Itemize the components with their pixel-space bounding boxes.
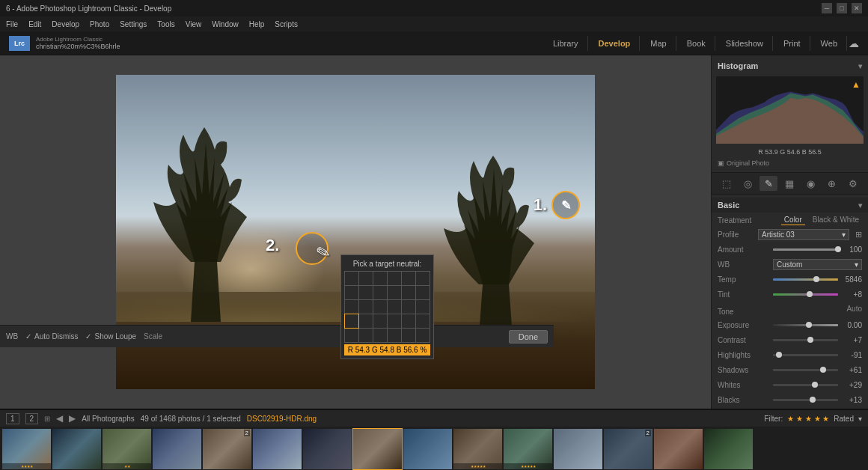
auto-tone-button[interactable]: Auto: [846, 305, 862, 317]
profile-grid-icon[interactable]: ⊞: [855, 230, 862, 239]
film-thumb[interactable]: ★★★★: [2, 429, 51, 469]
amount-track[interactable]: [773, 248, 838, 251]
crop-tool-icon[interactable]: ⬚: [718, 176, 736, 191]
menu-help[interactable]: Help: [249, 20, 265, 28]
neutral-cell[interactable]: [416, 329, 430, 342]
menu-tools[interactable]: Tools: [157, 20, 174, 28]
tab-develop[interactable]: Develop: [590, 36, 641, 51]
film-thumb[interactable]: [554, 429, 602, 469]
menu-view[interactable]: View: [186, 20, 202, 28]
blacks-thumb[interactable]: [810, 397, 816, 403]
maximize-button[interactable]: □: [837, 3, 847, 13]
neutral-cell[interactable]: [416, 300, 430, 314]
menu-develop[interactable]: Develop: [52, 20, 79, 28]
menu-photo[interactable]: Photo: [90, 20, 109, 28]
done-button[interactable]: Done: [509, 330, 548, 344]
neutral-cell[interactable]: [402, 314, 415, 328]
menu-edit[interactable]: Edit: [28, 20, 41, 28]
neutral-cell[interactable]: [388, 314, 401, 328]
profile-select[interactable]: Artistic 03 ▾: [758, 229, 849, 240]
minimize-button[interactable]: ─: [822, 3, 832, 13]
neutral-cell[interactable]: [402, 272, 415, 285]
neutral-cell[interactable]: [388, 300, 401, 314]
exposure-track[interactable]: [773, 324, 838, 326]
neutral-cell[interactable]: [345, 286, 358, 299]
tab-slideshow[interactable]: Slideshow: [717, 36, 773, 51]
adjustment-brush-icon[interactable]: ⊕: [823, 176, 841, 191]
neutral-cell[interactable]: [345, 272, 358, 285]
view-mode-1[interactable]: 1: [6, 413, 19, 424]
neutral-cell[interactable]: [416, 314, 430, 328]
graduated-filter-icon[interactable]: ▦: [780, 176, 798, 191]
film-thumb-selected[interactable]: [353, 429, 402, 469]
histogram-header[interactable]: Histogram ▾: [712, 58, 868, 73]
neutral-cell[interactable]: [359, 286, 373, 299]
menu-scripts[interactable]: Scripts: [275, 20, 298, 28]
neutral-cell[interactable]: [359, 329, 373, 342]
neutral-cell-selected[interactable]: [345, 314, 358, 328]
shadows-thumb[interactable]: [820, 367, 826, 373]
film-thumb[interactable]: [52, 429, 101, 469]
neutral-cell[interactable]: [373, 300, 387, 314]
film-thumb[interactable]: [403, 429, 452, 469]
neutral-cell[interactable]: [373, 329, 387, 342]
neutral-cell[interactable]: [345, 329, 358, 342]
wb-select[interactable]: Custom ▾: [773, 259, 862, 270]
tint-thumb[interactable]: [807, 291, 813, 297]
film-thumb[interactable]: ★★★★★: [453, 429, 502, 469]
star-filter[interactable]: ★ ★ ★ ★ ★: [787, 415, 829, 423]
prev-arrow[interactable]: ◀: [56, 413, 63, 424]
neutral-cell[interactable]: [402, 300, 415, 314]
tab-web[interactable]: Web: [812, 36, 847, 51]
blacks-track[interactable]: [773, 399, 838, 401]
contrast-thumb[interactable]: [807, 337, 813, 343]
whites-track[interactable]: [773, 384, 838, 386]
tab-map[interactable]: Map: [641, 36, 676, 51]
neutral-cell[interactable]: [359, 300, 373, 314]
tab-print[interactable]: Print: [774, 36, 810, 51]
basic-panel-header[interactable]: Basic ▾: [712, 198, 868, 213]
menu-settings[interactable]: Settings: [120, 20, 147, 28]
tab-book[interactable]: Book: [678, 36, 715, 51]
amount-thumb[interactable]: [835, 246, 841, 252]
neutral-cell[interactable]: [402, 286, 415, 299]
neutral-cell[interactable]: [388, 329, 401, 342]
neutral-cell[interactable]: [388, 272, 401, 285]
cloud-icon[interactable]: ☁: [849, 37, 859, 49]
film-thumb[interactable]: [153, 429, 201, 469]
film-thumb[interactable]: 2: [203, 429, 251, 469]
neutral-cell[interactable]: [416, 272, 430, 285]
neutral-cell[interactable]: [373, 314, 387, 328]
neutral-cell[interactable]: [373, 272, 387, 285]
next-arrow[interactable]: ▶: [69, 413, 76, 424]
close-button[interactable]: ✕: [852, 3, 862, 13]
whites-thumb[interactable]: [812, 382, 818, 388]
film-thumb[interactable]: [303, 429, 352, 469]
tab-library[interactable]: Library: [544, 36, 588, 51]
film-thumb[interactable]: 2: [604, 429, 652, 469]
menu-file[interactable]: File: [6, 20, 18, 28]
radial-filter-icon[interactable]: ◉: [802, 176, 820, 191]
neutral-cell[interactable]: [388, 286, 401, 299]
menu-window[interactable]: Window: [212, 20, 239, 28]
contrast-track[interactable]: [773, 339, 838, 341]
neutral-cell[interactable]: [416, 286, 430, 299]
temp-thumb[interactable]: [813, 276, 819, 282]
exposure-thumb[interactable]: [806, 322, 812, 328]
film-thumb[interactable]: ★★★★★: [504, 429, 552, 469]
shadows-track[interactable]: [773, 369, 838, 371]
heal-tool-icon[interactable]: ◎: [739, 176, 757, 191]
film-thumb[interactable]: [654, 429, 703, 469]
neutral-cell[interactable]: [402, 329, 415, 342]
highlights-thumb[interactable]: [776, 352, 782, 358]
film-thumb[interactable]: [253, 429, 302, 469]
view-mode-2[interactable]: 2: [25, 413, 39, 424]
settings-icon[interactable]: ⚙: [844, 176, 862, 191]
filter-menu-icon[interactable]: ▾: [858, 415, 862, 423]
treatment-bw[interactable]: Black & White: [810, 215, 862, 225]
neutral-cell[interactable]: [373, 286, 387, 299]
eyedropper-tool-icon[interactable]: ✎: [760, 176, 777, 191]
treatment-color[interactable]: Color: [781, 215, 805, 225]
tint-track[interactable]: [773, 293, 838, 296]
grid-view-icon[interactable]: ⊞: [44, 415, 50, 423]
